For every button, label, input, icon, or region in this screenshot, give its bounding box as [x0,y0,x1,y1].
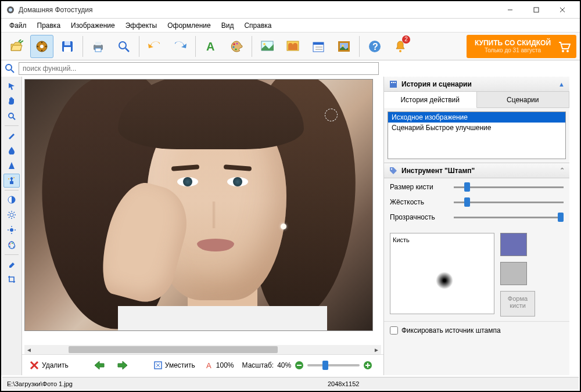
palette-button[interactable] [225,35,248,58]
hardness-slider[interactable] [454,202,564,203]
next-button[interactable] [114,359,131,372]
zoom-in-icon[interactable] [363,361,372,370]
collapse-icon[interactable]: ⌃ [560,167,565,174]
zoom-tool[interactable] [3,109,20,123]
move-tool[interactable] [3,79,20,93]
tag-icon [389,166,398,175]
horizontal-scrollbar[interactable]: ◄ ► [24,345,381,354]
brush-size-label: Размер кисти [390,183,448,191]
open-button[interactable] [5,35,28,58]
svg-rect-29 [313,42,324,45]
svg-rect-77 [394,82,396,83]
actual-size-button[interactable]: A 100% [203,360,236,371]
menu-view[interactable]: Вид [217,20,239,31]
promo-banner[interactable]: КУПИТЬ СО СКИДКОЙ Только до 31 августа [467,35,576,58]
svg-point-7 [40,45,44,48]
scroll-thumb[interactable] [69,346,278,353]
effect2-button[interactable] [281,35,304,58]
opacity-slider[interactable] [454,217,564,218]
slider-thumb[interactable] [464,197,470,207]
menu-edit[interactable]: Правка [33,20,66,31]
undo-button[interactable] [143,35,166,58]
contrast-tool[interactable] [3,193,20,207]
fit-icon [153,361,163,370]
brush-tool[interactable] [3,128,20,142]
brush-shape-button[interactable]: Форма кисти [500,291,535,317]
menu-image[interactable]: Изображение [66,20,120,31]
tab-history[interactable]: История действий [384,92,477,108]
search-icon [5,63,15,74]
text-button[interactable]: A [199,35,223,58]
delete-button[interactable]: Удалить [27,359,71,372]
effect1-button[interactable] [256,35,279,58]
sharpen-tool[interactable] [3,159,20,172]
calendar-button[interactable] [307,35,330,58]
svg-point-46 [8,178,9,179]
svg-rect-74 [390,81,397,88]
svg-point-9 [41,49,43,51]
brightness2-tool[interactable] [3,223,20,237]
zoom-out-icon[interactable] [295,361,304,370]
minimize-button[interactable] [497,2,523,18]
tab-scenarios[interactable]: Сценарии [477,92,570,107]
history-list[interactable]: Исходное изображение Сценарий Быстрое ул… [388,112,566,159]
history-item[interactable]: Сценарий Быстрое улучшение [388,123,565,133]
tool-options-panel: Инструмент "Штамп" ⌃ Размер кисти Жёстко… [384,163,569,375]
svg-line-53 [9,212,10,213]
search-input[interactable] [19,62,379,75]
menu-file[interactable]: Файл [5,20,31,31]
secondary-color-swatch[interactable] [500,262,527,285]
help-button[interactable]: ? [363,35,386,58]
svg-point-22 [232,46,234,48]
menu-design[interactable]: Оформление [163,20,215,31]
menu-help[interactable]: Справка [239,20,276,31]
brush-preview[interactable]: Кисть [390,233,494,314]
status-dimensions: 2048x1152 [328,380,359,387]
zoom-button[interactable] [112,35,135,58]
fit-button[interactable]: Уместить [151,359,198,371]
fix-source-checkbox[interactable] [390,326,398,335]
frame-button[interactable] [332,35,356,58]
close-button[interactable] [549,2,575,18]
paint-tool[interactable] [3,238,20,252]
brightness-tool[interactable] [3,208,20,222]
opacity-label: Прозрачность [390,213,448,221]
window-controls [497,2,575,18]
prev-button[interactable] [91,359,108,372]
svg-text:A: A [206,40,214,53]
fix-source-label: Фиксировать источник штампа [401,326,501,335]
slider-thumb[interactable] [558,213,564,222]
redo-button[interactable] [168,35,192,58]
toolbar-separator [359,36,360,57]
primary-color-swatch[interactable] [500,233,527,256]
cart-icon [557,39,571,53]
maximize-button[interactable] [523,2,549,18]
svg-line-41 [11,70,14,73]
save-button[interactable] [56,35,79,58]
history-tabs: История действий Сценарии [384,92,569,108]
scroll-right-arrow[interactable]: ► [372,345,381,354]
zoom-slider[interactable] [307,364,360,366]
crop-tool[interactable] [3,272,20,286]
scroll-left-arrow[interactable]: ◄ [24,345,34,354]
svg-point-18 [119,42,126,49]
svg-rect-17 [95,48,101,52]
menu-effects[interactable]: Эффекты [121,20,162,31]
zoom-thumb[interactable] [322,361,328,370]
drop-tool[interactable] [3,143,20,157]
print-button[interactable] [87,35,110,58]
notifications-button[interactable]: 2 [389,35,412,58]
slider-thumb[interactable] [464,182,470,192]
brush-size-row: Размер кисти [390,183,564,191]
brush-size-slider[interactable] [454,186,564,188]
collapse-icon[interactable]: ▲ [558,81,565,88]
history-item[interactable]: Исходное изображение [388,112,565,123]
eraser-tool[interactable] [3,257,20,271]
svg-rect-13 [64,41,70,45]
stamp-tool[interactable] [3,174,20,188]
photo-canvas[interactable] [24,79,373,331]
catalog-button[interactable] [30,35,53,58]
hand-tool[interactable] [3,94,20,108]
svg-rect-76 [393,82,394,83]
svg-line-56 [13,212,15,213]
